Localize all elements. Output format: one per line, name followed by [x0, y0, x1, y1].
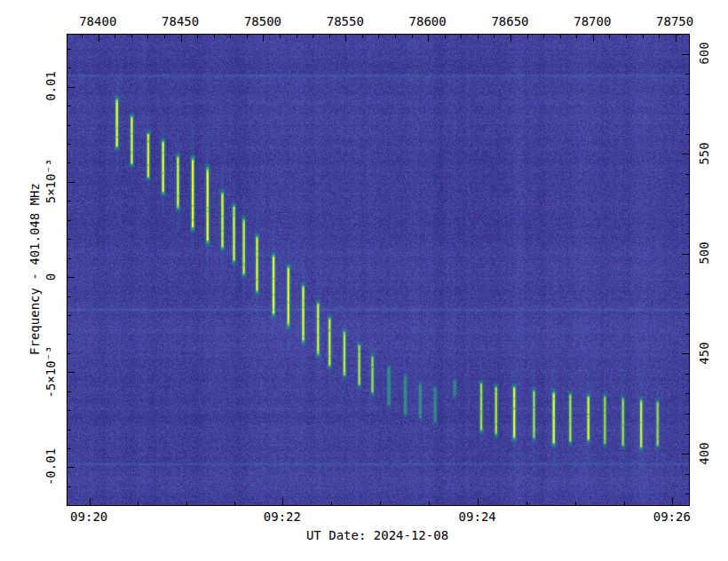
top-axis-label: 78450: [162, 14, 199, 28]
left-axis-minor-tick: [67, 391, 71, 392]
right-axis-minor-tick: [685, 393, 689, 394]
spectrogram-canvas: [67, 35, 689, 505]
top-axis-minor-tick: [609, 35, 610, 38]
top-axis-minor-tick: [412, 35, 413, 38]
top-axis-minor-tick: [82, 35, 83, 38]
top-axis-minor-tick: [378, 35, 379, 38]
right-axis-minor-tick: [685, 194, 689, 194]
left-axis-minor-tick: [67, 67, 71, 68]
right-axis-minor-tick: [685, 414, 689, 415]
top-axis-minor-tick: [230, 35, 231, 38]
right-axis-minor-tick: [685, 434, 689, 435]
top-axis-minor-tick: [214, 35, 215, 38]
right-axis-minor-tick: [685, 313, 689, 314]
top-axis-minor-tick: [478, 35, 479, 38]
left-axis-minor-tick: [67, 49, 71, 50]
right-axis-minor-tick: [685, 273, 689, 274]
right-axis-minor-tick: [685, 174, 689, 175]
top-axis-label: 78750: [656, 14, 693, 28]
spectrogram-figure: Frequency - 401.048 MHz UT Date: 2024-12…: [0, 0, 728, 561]
right-axis-major-tick: [682, 454, 689, 454]
left-axis-minor-tick: [67, 353, 71, 354]
bottom-axis-minor-tick: [331, 502, 332, 505]
left-axis-major-tick: [67, 87, 75, 88]
left-axis-minor-tick: [67, 162, 71, 163]
top-axis-major-tick: [345, 35, 346, 42]
left-axis-label: 0: [44, 273, 58, 280]
bottom-axis-label: 09:22: [264, 510, 301, 524]
top-axis-major-tick: [181, 35, 182, 42]
bottom-axis-minor-tick: [186, 502, 187, 505]
right-axis-minor-tick: [685, 114, 689, 115]
top-axis-minor-tick: [643, 35, 644, 38]
top-axis-minor-tick: [247, 35, 248, 38]
bottom-axis-major-tick: [282, 498, 283, 505]
left-axis-minor-tick: [67, 486, 71, 487]
top-axis-minor-tick: [131, 35, 132, 38]
bottom-axis-label: 09:26: [653, 510, 691, 524]
left-axis-minor-tick: [67, 258, 71, 259]
left-axis-label: 0.01: [44, 71, 58, 101]
top-axis-minor-tick: [494, 35, 495, 38]
left-axis-major-tick: [67, 182, 75, 183]
top-axis-minor-tick: [659, 35, 660, 38]
left-axis-minor-tick: [67, 144, 71, 145]
top-axis-label: 78650: [491, 14, 528, 28]
top-axis-minor-tick: [626, 35, 627, 38]
top-axis-minor-tick: [147, 35, 148, 38]
left-axis-label: -0.01: [44, 448, 58, 486]
top-axis-major-tick: [676, 35, 677, 42]
top-axis-minor-tick: [543, 35, 544, 38]
right-axis-label: 550: [697, 142, 711, 164]
right-axis-major-tick: [682, 54, 689, 55]
left-axis-minor-tick: [67, 410, 71, 411]
top-axis-major-tick: [263, 35, 264, 42]
left-axis-minor-tick: [67, 448, 71, 449]
top-axis-minor-tick: [313, 35, 313, 38]
top-axis-major-tick: [510, 35, 511, 42]
bottom-axis-major-tick: [478, 498, 479, 505]
top-axis-minor-tick: [560, 35, 561, 38]
right-axis-minor-tick: [685, 334, 689, 335]
left-axis-major-tick: [67, 277, 75, 278]
left-axis-minor-tick: [67, 296, 71, 297]
top-axis-label: 78700: [574, 14, 611, 28]
bottom-axis-minor-tick: [138, 502, 138, 505]
right-axis-minor-tick: [685, 374, 689, 375]
top-axis-major-tick: [99, 35, 99, 42]
bottom-axis-major-tick: [672, 498, 673, 505]
right-axis-minor-tick: [685, 233, 689, 234]
right-axis-major-tick: [682, 154, 689, 154]
top-axis-minor-tick: [329, 35, 330, 38]
left-axis-minor-tick: [67, 201, 71, 201]
top-axis-label: 78500: [244, 14, 281, 28]
top-axis-label: 78400: [79, 14, 116, 28]
left-axis-label: 5×10⁻³: [44, 159, 58, 204]
bottom-title: UT Date: 2024-12-08: [306, 528, 448, 542]
bottom-axis-minor-tick: [380, 502, 381, 505]
right-axis-label: 500: [697, 242, 711, 265]
plot-area: [67, 34, 690, 506]
right-axis-label: 450: [697, 342, 711, 364]
left-axis-major-tick: [67, 467, 75, 468]
right-axis-label: 400: [697, 442, 711, 464]
top-axis-minor-tick: [115, 35, 115, 38]
top-axis-label: 78600: [409, 14, 447, 28]
right-axis-minor-tick: [685, 474, 689, 475]
right-axis-minor-tick: [685, 494, 689, 494]
left-axis-minor-tick: [67, 220, 71, 221]
right-axis-minor-tick: [685, 134, 689, 135]
top-axis-minor-tick: [445, 35, 446, 38]
right-axis-label: 600: [697, 42, 711, 64]
bottom-axis-minor-tick: [526, 502, 527, 505]
left-axis-major-tick: [67, 372, 75, 373]
left-axis-minor-tick: [67, 239, 71, 240]
top-axis-minor-tick: [576, 35, 577, 38]
y-axis-title: Frequency - 401.048 MHz: [28, 183, 42, 355]
right-axis-major-tick: [682, 254, 689, 255]
left-axis-minor-tick: [67, 125, 71, 126]
top-axis-label: 78550: [327, 14, 364, 28]
bottom-axis-minor-tick: [624, 502, 625, 505]
top-axis-minor-tick: [280, 35, 281, 38]
bottom-axis-minor-tick: [429, 502, 430, 505]
